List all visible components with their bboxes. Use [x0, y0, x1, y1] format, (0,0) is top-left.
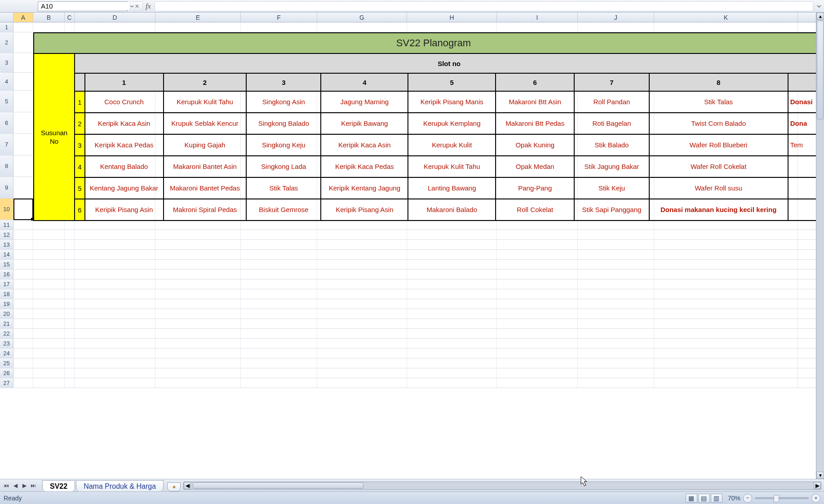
- zoom-level[interactable]: 70%: [728, 495, 740, 502]
- product-cell[interactable]: Coco Crunch: [85, 91, 164, 113]
- cell[interactable]: [33, 250, 65, 259]
- cell[interactable]: [497, 270, 578, 279]
- cell[interactable]: [13, 299, 33, 309]
- product-cell[interactable]: Wafer Roll Blueberi: [649, 134, 788, 156]
- product-cell[interactable]: Donasi makanan kucing kecil kering: [649, 199, 788, 221]
- row-header-24[interactable]: 24: [0, 349, 13, 358]
- cell[interactable]: [65, 349, 75, 358]
- product-cell[interactable]: Biskuit Gemrose: [246, 199, 321, 221]
- vertical-scroll-thumb[interactable]: [817, 21, 824, 119]
- cell[interactable]: [654, 240, 798, 249]
- cell[interactable]: [13, 220, 33, 230]
- cell[interactable]: [578, 299, 654, 309]
- cell[interactable]: [75, 270, 155, 279]
- cell[interactable]: [241, 299, 317, 309]
- cell[interactable]: [654, 368, 798, 378]
- horizontal-scroll-thumb[interactable]: [193, 482, 363, 489]
- cell[interactable]: [155, 309, 241, 318]
- cell[interactable]: [75, 378, 155, 388]
- page-break-view-button[interactable]: ▥: [711, 494, 722, 503]
- cell[interactable]: [497, 289, 578, 299]
- cell[interactable]: [155, 299, 241, 309]
- product-cell[interactable]: Keripik Pisang Manis: [408, 91, 496, 113]
- cell[interactable]: [13, 260, 33, 269]
- cell[interactable]: [75, 309, 155, 318]
- cell[interactable]: [654, 250, 798, 259]
- row-header-1[interactable]: 1: [0, 22, 13, 32]
- cell[interactable]: [578, 339, 654, 348]
- zoom-out-button[interactable]: −: [743, 494, 752, 503]
- tab-next-button[interactable]: ▶: [20, 482, 28, 490]
- cell[interactable]: [317, 289, 407, 299]
- cell[interactable]: [155, 378, 241, 388]
- cell[interactable]: [65, 260, 75, 269]
- cell[interactable]: [407, 279, 497, 289]
- cell[interactable]: [317, 378, 407, 388]
- name-box-input[interactable]: [38, 2, 130, 10]
- product-cell[interactable]: Keripik Kentang Jagung: [321, 177, 408, 199]
- cell[interactable]: [75, 279, 155, 289]
- row-header-10[interactable]: 10: [0, 199, 13, 220]
- product-cell[interactable]: Keripik Kaca Asin: [85, 113, 164, 134]
- cell[interactable]: [155, 329, 241, 338]
- scroll-up-button[interactable]: ▴: [816, 13, 824, 20]
- formula-input[interactable]: [155, 1, 813, 11]
- cell[interactable]: [65, 339, 75, 348]
- cell[interactable]: [65, 230, 75, 239]
- row-header-8[interactable]: 8: [0, 155, 13, 177]
- cell[interactable]: [75, 289, 155, 299]
- cell[interactable]: [241, 368, 317, 378]
- cell[interactable]: [155, 240, 241, 249]
- row-header-26[interactable]: 26: [0, 368, 13, 378]
- cell[interactable]: [155, 339, 241, 348]
- tab-prev-button[interactable]: ◀: [11, 482, 19, 490]
- row-header-20[interactable]: 20: [0, 309, 13, 318]
- cell[interactable]: [13, 289, 33, 299]
- name-box[interactable]: [38, 1, 128, 11]
- cell[interactable]: [155, 289, 241, 299]
- product-cell[interactable]: Keripik Kaca Asin: [321, 134, 408, 156]
- product-cell[interactable]: Stik Talas: [649, 91, 788, 113]
- cell[interactable]: [33, 230, 65, 239]
- cell[interactable]: [497, 250, 578, 259]
- product-cell[interactable]: Jagung Marning: [321, 91, 408, 113]
- cell[interactable]: [578, 250, 654, 259]
- cell[interactable]: [654, 289, 798, 299]
- row-header-14[interactable]: 14: [0, 250, 13, 259]
- product-cell[interactable]: Kerupuk Kulit: [408, 134, 496, 156]
- cell[interactable]: [75, 250, 155, 259]
- row-header-13[interactable]: 13: [0, 240, 13, 249]
- cell[interactable]: [317, 358, 407, 368]
- cell[interactable]: [497, 220, 578, 230]
- row-header-3[interactable]: 3: [0, 53, 13, 72]
- cell[interactable]: [13, 240, 33, 249]
- cell[interactable]: [578, 240, 654, 249]
- cell[interactable]: [654, 309, 798, 318]
- cell[interactable]: [497, 329, 578, 338]
- cell[interactable]: [317, 220, 407, 230]
- product-cell[interactable]: Kentang Balado: [85, 156, 164, 177]
- cell[interactable]: [654, 319, 798, 328]
- cell[interactable]: [33, 368, 65, 378]
- cell[interactable]: [155, 220, 241, 230]
- cell[interactable]: [75, 368, 155, 378]
- cell[interactable]: [241, 260, 317, 269]
- cell[interactable]: [75, 349, 155, 358]
- row-header-7[interactable]: 7: [0, 134, 13, 155]
- row-header-4[interactable]: 4: [0, 73, 13, 90]
- product-cell[interactable]: Singkong Lada: [246, 156, 321, 177]
- cell[interactable]: [65, 319, 75, 328]
- cell[interactable]: [13, 329, 33, 338]
- cell[interactable]: [654, 358, 798, 368]
- product-cell[interactable]: Keripik Kaca Pedas: [321, 156, 408, 177]
- cell[interactable]: [33, 378, 65, 388]
- cell[interactable]: [654, 299, 798, 309]
- cell[interactable]: [578, 349, 654, 358]
- cell[interactable]: [241, 289, 317, 299]
- cell[interactable]: [33, 279, 65, 289]
- zoom-in-button[interactable]: +: [811, 494, 820, 503]
- product-cell[interactable]: Stik Balado: [574, 134, 649, 156]
- cell[interactable]: [241, 349, 317, 358]
- cell[interactable]: [407, 349, 497, 358]
- cell[interactable]: [654, 220, 798, 230]
